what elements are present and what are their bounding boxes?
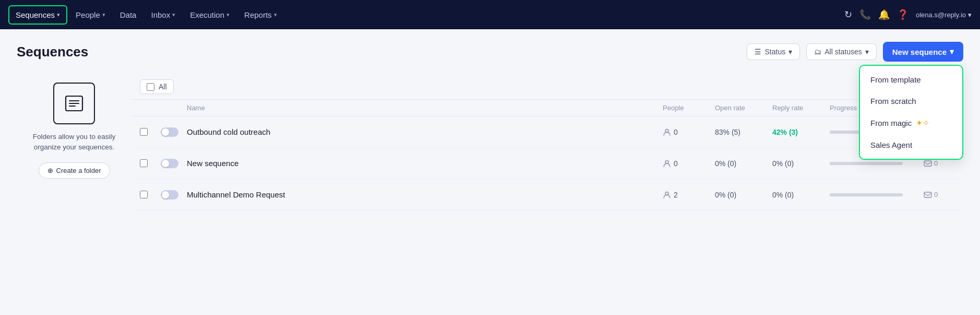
user-menu[interactable]: olena.s@reply.io ▾ — [916, 11, 972, 19]
content-area: Folders allow you to easily organize you… — [17, 74, 963, 211]
chevron-down-icon: ▾ — [102, 11, 105, 18]
svg-rect-6 — [924, 161, 931, 166]
column-headers: Name People Open rate Reply rate Progres… — [132, 100, 963, 116]
row2-name[interactable]: New sequence — [187, 159, 663, 168]
chevron-down-icon: ▾ — [865, 48, 869, 56]
filter-icon: ☰ — [755, 48, 761, 56]
row2-reply-rate: 0% (0) — [772, 159, 830, 168]
folder-icon — [53, 83, 95, 124]
col-reply-rate: Reply rate — [772, 104, 830, 112]
new-sequence-label: New sequence — [892, 48, 947, 56]
row3-checkbox-cell — [140, 191, 161, 199]
nav-item-people[interactable]: People ▾ — [69, 6, 112, 24]
create-folder-label: Create a folder — [56, 167, 101, 174]
col-toggle — [161, 104, 187, 112]
nav-left: Sequences ▾ People ▾ Data Inbox ▾ Execut… — [8, 5, 844, 25]
all-statuses-filter-button[interactable]: 🗂 All statuses ▾ — [806, 43, 877, 60]
nav-data-label: Data — [120, 10, 137, 19]
row3-reply-rate: 0% (0) — [772, 191, 830, 199]
nav-item-reports[interactable]: Reports ▾ — [238, 6, 283, 24]
row2-progress — [830, 162, 924, 165]
nav-reports-label: Reports — [244, 10, 272, 19]
user-email: olena.s@reply.io — [916, 11, 966, 19]
from-scratch-label: From scratch — [870, 97, 916, 106]
from-template-label: From template — [870, 75, 921, 84]
chevron-down-icon: ▾ — [172, 11, 175, 18]
from-scratch-option[interactable]: From scratch — [860, 90, 962, 112]
table-row: Multichannel Demo Request 2 0% (0) 0% (0… — [132, 179, 963, 211]
new-sequence-dropdown: From template From scratch From magic ✦✧… — [859, 65, 963, 160]
row3-name[interactable]: Multichannel Demo Request — [187, 190, 663, 199]
nav-sequences-label: Sequences — [16, 10, 55, 19]
sidebar-panel: Folders allow you to easily organize you… — [17, 74, 132, 211]
nav-item-sequences[interactable]: Sequences ▾ — [8, 5, 67, 25]
sales-agent-option[interactable]: Sales Agent — [860, 134, 962, 156]
nav-item-inbox[interactable]: Inbox ▾ — [145, 6, 182, 24]
topnav: Sequences ▾ People ▾ Data Inbox ▾ Execut… — [0, 0, 980, 29]
table-row: Outbound cold outreach 0 83% (5) 42% (3) — [132, 116, 963, 148]
page-content: Sequences ☰ Status ▾ 🗂 All statuses ▾ Ne… — [0, 29, 980, 223]
sidebar-description: Folders allow you to easily organize you… — [25, 132, 123, 153]
row3-toggle[interactable] — [161, 190, 187, 200]
row2-toggle[interactable] — [161, 159, 187, 168]
help-icon[interactable]: ❓ — [897, 9, 909, 20]
all-label: All — [159, 83, 167, 91]
row3-open-rate: 0% (0) — [715, 191, 772, 199]
chevron-down-icon: ▾ — [274, 11, 277, 18]
nav-inbox-label: Inbox — [151, 10, 170, 19]
nav-right: ↻ 📞 🔔 ❓ olena.s@reply.io ▾ — [844, 9, 972, 20]
chevron-down-icon: ▾ — [950, 47, 954, 56]
nav-item-data[interactable]: Data — [114, 6, 143, 24]
from-template-option[interactable]: From template — [860, 69, 962, 90]
bell-icon[interactable]: 🔔 — [878, 9, 890, 20]
row3-mail-count: 0 — [924, 191, 955, 199]
nav-people-label: People — [76, 10, 100, 19]
filter-list-icon: 🗂 — [814, 48, 821, 56]
chevron-down-icon: ▾ — [788, 48, 792, 56]
col-name: Name — [187, 104, 663, 112]
row1-reply-rate: 42% (3) — [772, 128, 830, 136]
row3-people: 2 — [663, 191, 715, 199]
row2-open-rate: 0% (0) — [715, 159, 772, 168]
col-people: People — [663, 104, 715, 112]
plus-circle-icon: ⊕ — [47, 167, 53, 174]
table-area: All Name People Open rate Reply rate Pro… — [132, 74, 963, 211]
refresh-icon[interactable]: ↻ — [844, 9, 852, 20]
row3-progress — [830, 193, 924, 196]
nav-execution-label: Execution — [190, 10, 224, 19]
row1-checkbox-cell — [140, 128, 161, 136]
page-title: Sequences — [17, 44, 747, 60]
page-header: Sequences ☰ Status ▾ 🗂 All statuses ▾ Ne… — [17, 42, 963, 62]
all-statuses-label: All statuses — [824, 48, 862, 56]
new-sequence-button[interactable]: New sequence ▾ — [883, 42, 963, 62]
row1-checkbox[interactable] — [140, 128, 148, 136]
all-checkbox[interactable]: All — [140, 79, 174, 94]
all-checkbox-input[interactable] — [147, 83, 154, 91]
chevron-down-icon: ▾ — [226, 11, 230, 18]
chevron-down-icon: ▾ — [57, 11, 60, 18]
from-magic-option[interactable]: From magic ✦✧ — [860, 112, 962, 134]
row3-checkbox[interactable] — [140, 191, 148, 199]
table-header-row: All — [132, 74, 963, 100]
svg-rect-8 — [924, 192, 931, 197]
from-magic-label: From magic — [870, 119, 912, 127]
row1-toggle[interactable] — [161, 127, 187, 137]
row2-checkbox[interactable] — [140, 159, 148, 167]
row2-checkbox-cell — [140, 159, 161, 167]
phone-icon[interactable]: 📞 — [859, 9, 871, 20]
chevron-down-icon: ▾ — [968, 11, 972, 19]
col-open-rate: Open rate — [715, 104, 772, 112]
col-checkbox — [140, 104, 161, 112]
row2-people: 0 — [663, 159, 715, 168]
row1-people: 0 — [663, 128, 715, 136]
status-filter-button[interactable]: ☰ Status ▾ — [747, 43, 800, 60]
row2-mail-count: 0 — [924, 159, 955, 167]
sales-agent-label: Sales Agent — [870, 141, 912, 149]
magic-stars-icon: ✦✧ — [916, 118, 929, 128]
row1-name[interactable]: Outbound cold outreach — [187, 127, 663, 136]
status-label: Status — [764, 48, 785, 56]
nav-item-execution[interactable]: Execution ▾ — [184, 6, 236, 24]
new-sequence-container: New sequence ▾ From template From scratc… — [883, 42, 963, 62]
create-folder-button[interactable]: ⊕ Create a folder — [39, 162, 110, 179]
row1-open-rate: 83% (5) — [715, 128, 772, 136]
